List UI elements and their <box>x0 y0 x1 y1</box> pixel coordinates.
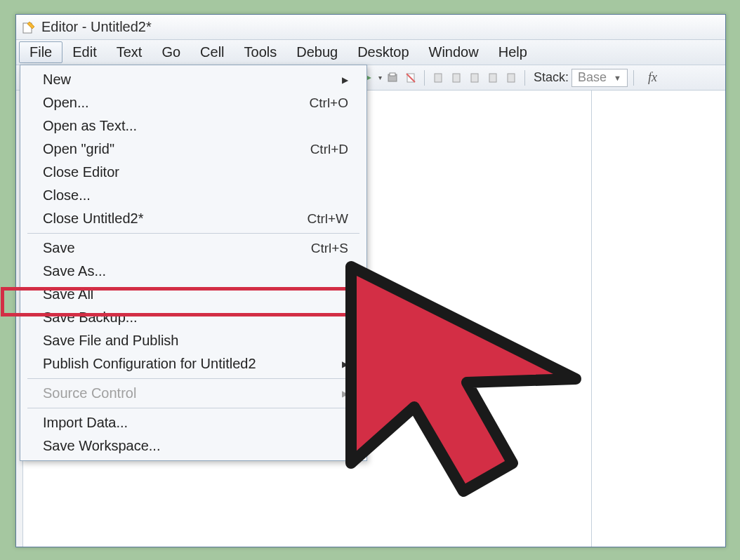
window-title: Editor - Untitled2* <box>41 19 152 35</box>
file-dropdown-menu: New ▶ Open... Ctrl+O Open as Text... Ope… <box>20 65 367 461</box>
print-icon[interactable] <box>385 70 400 86</box>
menu-item-open[interactable]: Open... Ctrl+O <box>22 91 365 114</box>
menu-item-save[interactable]: Save Ctrl+S <box>22 236 365 260</box>
submenu-arrow-icon: ▶ <box>342 389 348 399</box>
editor-window: Editor - Untitled2* File Edit Text Go Ce… <box>15 14 726 547</box>
stack-select[interactable]: Base ▼ <box>571 69 628 87</box>
svg-rect-6 <box>435 74 442 82</box>
doc-icon-1[interactable] <box>430 70 446 86</box>
menu-item-close[interactable]: Close... <box>22 184 365 207</box>
app-icon <box>22 20 36 34</box>
submenu-arrow-icon: ▶ <box>342 359 348 369</box>
svg-rect-3 <box>390 73 395 76</box>
menu-item-publish-config[interactable]: Publish Configuration for Untitled2 ▶ <box>22 352 365 375</box>
menu-file[interactable]: File <box>19 41 62 63</box>
svg-rect-9 <box>489 74 496 82</box>
menu-cell[interactable]: Cell <box>190 40 234 65</box>
menu-item-save-as[interactable]: Save As... <box>22 260 365 283</box>
fx-button[interactable]: fx <box>648 70 657 85</box>
doc-icon-5[interactable] <box>503 70 519 86</box>
menu-item-source-control: Source Control ▶ <box>22 382 365 405</box>
menu-window[interactable]: Window <box>419 40 489 65</box>
stack-label: Stack: <box>534 70 569 85</box>
menu-item-save-workspace[interactable]: Save Workspace... <box>22 434 365 458</box>
menu-item-import-data[interactable]: Import Data... <box>22 411 365 434</box>
doc-icon-4[interactable] <box>485 70 501 86</box>
menu-separator <box>27 408 359 408</box>
right-panel <box>592 91 725 547</box>
svg-rect-7 <box>453 74 460 82</box>
menu-go[interactable]: Go <box>152 40 190 65</box>
menu-item-save-all[interactable]: Save All <box>22 283 365 306</box>
menu-item-open-as-text[interactable]: Open as Text... <box>22 114 365 138</box>
menu-help[interactable]: Help <box>489 40 537 65</box>
menu-separator <box>27 378 359 379</box>
menu-item-save-publish[interactable]: Save File and Publish <box>22 329 365 352</box>
menu-item-close-editor[interactable]: Close Editor <box>22 161 365 184</box>
menubar: File Edit Text Go Cell Tools Debug Deskt… <box>16 40 725 65</box>
submenu-arrow-icon: ▶ <box>342 75 348 85</box>
menu-text[interactable]: Text <box>107 40 152 65</box>
doc-icon-2[interactable] <box>449 70 464 86</box>
menu-edit[interactable]: Edit <box>62 40 106 65</box>
menu-separator <box>27 233 359 234</box>
menu-item-open-grid[interactable]: Open "grid" Ctrl+D <box>22 138 365 161</box>
breakpoint-clear-icon[interactable] <box>403 70 418 86</box>
menu-item-new[interactable]: New ▶ <box>22 68 365 91</box>
menu-tools[interactable]: Tools <box>234 40 287 65</box>
menu-debug[interactable]: Debug <box>286 40 348 65</box>
doc-icon-3[interactable] <box>467 70 482 86</box>
menu-item-save-backup[interactable]: Save Backup... <box>22 306 365 329</box>
svg-rect-10 <box>508 74 515 82</box>
menu-item-close-untitled2[interactable]: Close Untitled2* Ctrl+W <box>22 207 365 230</box>
svg-rect-8 <box>471 74 478 82</box>
titlebar: Editor - Untitled2* <box>16 15 725 40</box>
menu-desktop[interactable]: Desktop <box>348 40 418 65</box>
